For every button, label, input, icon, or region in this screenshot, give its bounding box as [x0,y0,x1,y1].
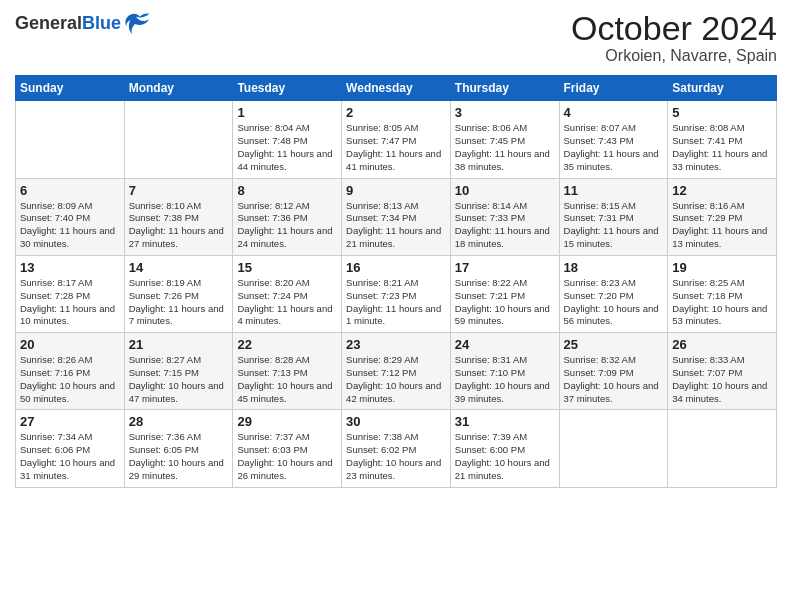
table-row: 13Sunrise: 8:17 AM Sunset: 7:28 PM Dayli… [16,255,777,332]
table-cell: 26Sunrise: 8:33 AM Sunset: 7:07 PM Dayli… [668,333,777,410]
col-tuesday: Tuesday [233,76,342,101]
day-info: Sunrise: 7:37 AM Sunset: 6:03 PM Dayligh… [237,431,337,482]
table-cell [16,101,125,178]
day-number: 31 [455,414,555,429]
table-row: 1Sunrise: 8:04 AM Sunset: 7:48 PM Daylig… [16,101,777,178]
day-number: 15 [237,260,337,275]
table-cell: 20Sunrise: 8:26 AM Sunset: 7:16 PM Dayli… [16,333,125,410]
col-sunday: Sunday [16,76,125,101]
day-number: 30 [346,414,446,429]
day-info: Sunrise: 8:25 AM Sunset: 7:18 PM Dayligh… [672,277,772,328]
table-cell: 12Sunrise: 8:16 AM Sunset: 7:29 PM Dayli… [668,178,777,255]
table-row: 27Sunrise: 7:34 AM Sunset: 6:06 PM Dayli… [16,410,777,487]
table-cell: 24Sunrise: 8:31 AM Sunset: 7:10 PM Dayli… [450,333,559,410]
day-info: Sunrise: 8:20 AM Sunset: 7:24 PM Dayligh… [237,277,337,328]
table-row: 6Sunrise: 8:09 AM Sunset: 7:40 PM Daylig… [16,178,777,255]
table-cell: 21Sunrise: 8:27 AM Sunset: 7:15 PM Dayli… [124,333,233,410]
day-number: 18 [564,260,664,275]
table-cell: 25Sunrise: 8:32 AM Sunset: 7:09 PM Dayli… [559,333,668,410]
day-info: Sunrise: 8:05 AM Sunset: 7:47 PM Dayligh… [346,122,446,173]
table-cell: 6Sunrise: 8:09 AM Sunset: 7:40 PM Daylig… [16,178,125,255]
day-number: 9 [346,183,446,198]
day-info: Sunrise: 8:31 AM Sunset: 7:10 PM Dayligh… [455,354,555,405]
day-info: Sunrise: 8:27 AM Sunset: 7:15 PM Dayligh… [129,354,229,405]
day-number: 24 [455,337,555,352]
day-number: 10 [455,183,555,198]
col-friday: Friday [559,76,668,101]
table-cell: 27Sunrise: 7:34 AM Sunset: 6:06 PM Dayli… [16,410,125,487]
table-cell: 29Sunrise: 7:37 AM Sunset: 6:03 PM Dayli… [233,410,342,487]
logo: GeneralBlue [15,10,151,38]
day-info: Sunrise: 8:14 AM Sunset: 7:33 PM Dayligh… [455,200,555,251]
day-number: 27 [20,414,120,429]
table-cell: 17Sunrise: 8:22 AM Sunset: 7:21 PM Dayli… [450,255,559,332]
day-number: 8 [237,183,337,198]
table-cell: 2Sunrise: 8:05 AM Sunset: 7:47 PM Daylig… [342,101,451,178]
day-info: Sunrise: 8:09 AM Sunset: 7:40 PM Dayligh… [20,200,120,251]
day-number: 4 [564,105,664,120]
day-info: Sunrise: 7:34 AM Sunset: 6:06 PM Dayligh… [20,431,120,482]
table-row: 20Sunrise: 8:26 AM Sunset: 7:16 PM Dayli… [16,333,777,410]
day-info: Sunrise: 7:39 AM Sunset: 6:00 PM Dayligh… [455,431,555,482]
day-info: Sunrise: 7:36 AM Sunset: 6:05 PM Dayligh… [129,431,229,482]
table-cell: 9Sunrise: 8:13 AM Sunset: 7:34 PM Daylig… [342,178,451,255]
day-info: Sunrise: 8:06 AM Sunset: 7:45 PM Dayligh… [455,122,555,173]
day-info: Sunrise: 8:32 AM Sunset: 7:09 PM Dayligh… [564,354,664,405]
day-number: 13 [20,260,120,275]
day-number: 3 [455,105,555,120]
table-cell: 28Sunrise: 7:36 AM Sunset: 6:05 PM Dayli… [124,410,233,487]
table-cell: 31Sunrise: 7:39 AM Sunset: 6:00 PM Dayli… [450,410,559,487]
day-number: 7 [129,183,229,198]
table-cell: 30Sunrise: 7:38 AM Sunset: 6:02 PM Dayli… [342,410,451,487]
day-number: 17 [455,260,555,275]
day-info: Sunrise: 8:17 AM Sunset: 7:28 PM Dayligh… [20,277,120,328]
calendar-subtitle: Orkoien, Navarre, Spain [571,47,777,65]
table-cell [124,101,233,178]
day-info: Sunrise: 8:23 AM Sunset: 7:20 PM Dayligh… [564,277,664,328]
table-cell: 11Sunrise: 8:15 AM Sunset: 7:31 PM Dayli… [559,178,668,255]
day-info: Sunrise: 8:29 AM Sunset: 7:12 PM Dayligh… [346,354,446,405]
day-info: Sunrise: 8:04 AM Sunset: 7:48 PM Dayligh… [237,122,337,173]
day-info: Sunrise: 8:13 AM Sunset: 7:34 PM Dayligh… [346,200,446,251]
page: GeneralBlue October 2024 Orkoien, Navarr… [0,0,792,503]
table-cell: 5Sunrise: 8:08 AM Sunset: 7:41 PM Daylig… [668,101,777,178]
day-number: 20 [20,337,120,352]
col-saturday: Saturday [668,76,777,101]
day-number: 23 [346,337,446,352]
day-info: Sunrise: 8:15 AM Sunset: 7:31 PM Dayligh… [564,200,664,251]
day-info: Sunrise: 8:22 AM Sunset: 7:21 PM Dayligh… [455,277,555,328]
day-info: Sunrise: 8:26 AM Sunset: 7:16 PM Dayligh… [20,354,120,405]
day-number: 29 [237,414,337,429]
col-thursday: Thursday [450,76,559,101]
table-cell: 4Sunrise: 8:07 AM Sunset: 7:43 PM Daylig… [559,101,668,178]
day-number: 12 [672,183,772,198]
table-cell: 18Sunrise: 8:23 AM Sunset: 7:20 PM Dayli… [559,255,668,332]
day-number: 21 [129,337,229,352]
day-number: 11 [564,183,664,198]
table-cell: 23Sunrise: 8:29 AM Sunset: 7:12 PM Dayli… [342,333,451,410]
day-number: 22 [237,337,337,352]
day-number: 19 [672,260,772,275]
day-info: Sunrise: 8:21 AM Sunset: 7:23 PM Dayligh… [346,277,446,328]
calendar-title: October 2024 [571,10,777,47]
table-cell: 22Sunrise: 8:28 AM Sunset: 7:13 PM Dayli… [233,333,342,410]
day-number: 16 [346,260,446,275]
calendar-table: Sunday Monday Tuesday Wednesday Thursday… [15,75,777,487]
day-info: Sunrise: 8:12 AM Sunset: 7:36 PM Dayligh… [237,200,337,251]
day-number: 14 [129,260,229,275]
table-cell [668,410,777,487]
table-cell [559,410,668,487]
table-cell: 15Sunrise: 8:20 AM Sunset: 7:24 PM Dayli… [233,255,342,332]
table-cell: 8Sunrise: 8:12 AM Sunset: 7:36 PM Daylig… [233,178,342,255]
header: GeneralBlue October 2024 Orkoien, Navarr… [15,10,777,65]
day-number: 6 [20,183,120,198]
day-info: Sunrise: 8:07 AM Sunset: 7:43 PM Dayligh… [564,122,664,173]
day-info: Sunrise: 8:19 AM Sunset: 7:26 PM Dayligh… [129,277,229,328]
table-cell: 13Sunrise: 8:17 AM Sunset: 7:28 PM Dayli… [16,255,125,332]
day-info: Sunrise: 7:38 AM Sunset: 6:02 PM Dayligh… [346,431,446,482]
col-monday: Monday [124,76,233,101]
title-block: October 2024 Orkoien, Navarre, Spain [571,10,777,65]
day-info: Sunrise: 8:10 AM Sunset: 7:38 PM Dayligh… [129,200,229,251]
day-info: Sunrise: 8:33 AM Sunset: 7:07 PM Dayligh… [672,354,772,405]
day-info: Sunrise: 8:08 AM Sunset: 7:41 PM Dayligh… [672,122,772,173]
